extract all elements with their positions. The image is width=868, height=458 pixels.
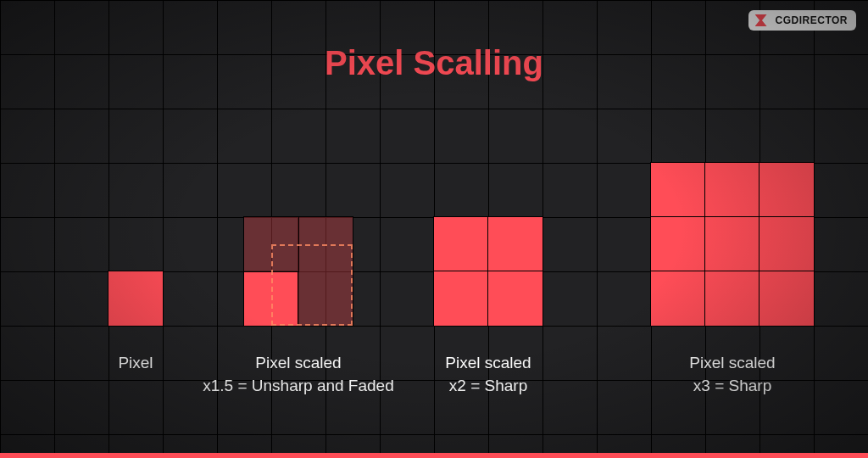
label-x15-line2: x1.5 = Unsharp and Faded	[203, 377, 394, 394]
pixel-x2-00	[434, 217, 488, 271]
pixel-x3-20	[651, 271, 705, 326]
pixel-x3-02	[760, 163, 814, 217]
pixel-x2-11	[488, 271, 542, 326]
pixel-x3-01	[705, 163, 760, 217]
pixel-x3-11	[705, 217, 760, 271]
page-title: Pixel Scalling	[0, 44, 868, 82]
pixel-original	[108, 271, 163, 326]
pixel-x15-dashed-outline	[271, 244, 353, 326]
brand-logo-icon	[755, 14, 771, 26]
label-original-line1: Pixel	[118, 354, 153, 371]
pixel-x3-00	[651, 163, 705, 217]
label-x3-line1: Pixel scaled	[689, 354, 775, 371]
pixel-x3-10	[651, 217, 705, 271]
brand-logo: CGDIRECTOR	[748, 10, 856, 31]
accent-bottom-bar	[0, 453, 868, 458]
pixel-x3-21	[705, 271, 760, 326]
label-x3-line2: x3 = Sharp	[693, 377, 771, 394]
label-x2-line1: Pixel scaled	[445, 354, 531, 371]
label-x2: Pixel scaled x2 = Sharp	[378, 352, 598, 397]
pixel-x2-10	[434, 271, 488, 326]
pixel-x3-22	[760, 271, 814, 326]
brand-logo-text: CGDIRECTOR	[776, 14, 848, 26]
label-x3: Pixel scaled x3 = Sharp	[622, 352, 843, 397]
label-x15: Pixel scaled x1.5 = Unsharp and Faded	[188, 352, 409, 397]
label-x15-line1: Pixel scaled	[255, 354, 341, 371]
pixel-x2-01	[488, 217, 542, 271]
label-x2-line2: x2 = Sharp	[449, 377, 527, 394]
pixel-x3-12	[760, 217, 814, 271]
